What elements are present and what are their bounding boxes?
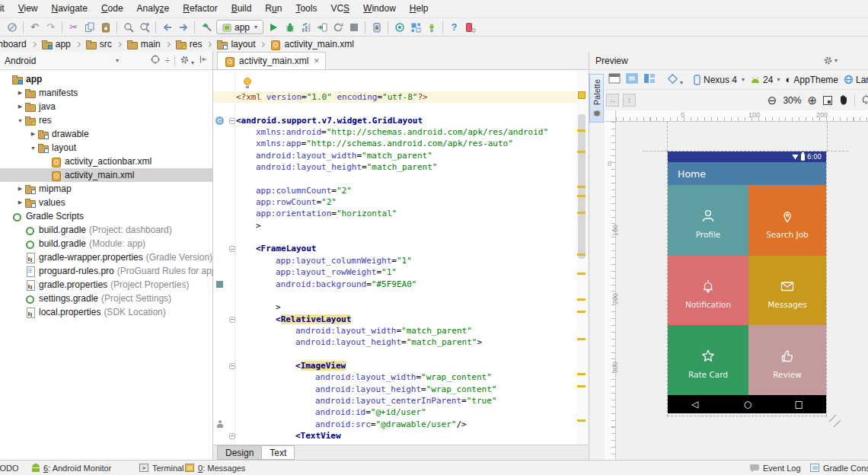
tree-item-build-gradle[interactable]: build.gradle(Module: app) [0, 237, 212, 250]
tree-item-gradle-scripts[interactable]: Gradle Scripts [0, 209, 212, 223]
tile-review[interactable]: Review [748, 325, 826, 395]
tree-item-settings-gradle[interactable]: settings.gradle(Project Settings) [0, 292, 212, 305]
menu-edit[interactable]: Edit [0, 0, 11, 18]
palette-tool-tab[interactable]: Palette [589, 74, 604, 123]
tree-item-gradle-properties[interactable]: gradle.properties(Project Properties) [0, 278, 212, 292]
menu-vcs[interactable]: VCS [324, 0, 356, 18]
tree-item-manifests[interactable]: ▶manifests [0, 86, 212, 100]
undo-icon[interactable]: ↶ [27, 19, 43, 35]
tree-item-app[interactable]: app [0, 72, 212, 86]
pan-hand-icon[interactable] [838, 94, 848, 107]
device-screen[interactable]: 6:00 Home ProfileSearch JobNotificationM… [668, 151, 826, 413]
resize-handle[interactable] [834, 420, 841, 428]
match-height-icon[interactable]: ↕ [623, 94, 636, 107]
fold-marker-icon[interactable] [229, 433, 235, 439]
tree-item-gradle-wrapper-properties[interactable]: gradle-wrapper.properties(Gradle Version… [0, 250, 212, 264]
run-config-selector[interactable]: app ▾ [216, 20, 263, 34]
make-project-icon[interactable] [198, 19, 214, 35]
forward-icon[interactable] [175, 19, 191, 35]
expand-arrow-icon[interactable]: ▶ [16, 104, 24, 110]
menu-analyze[interactable]: Analyze [130, 0, 177, 18]
expand-arrow-icon[interactable]: ▼ [29, 145, 37, 151]
paste-icon[interactable] [97, 19, 113, 35]
tree-item-values[interactable]: ▶values [0, 196, 212, 209]
tree-item-activity-actionbar-xml[interactable]: activity_actionbar.xml [0, 155, 212, 168]
match-width-icon[interactable]: ↔ [606, 94, 619, 107]
tab-text[interactable]: Text [262, 445, 295, 460]
nav-home-icon[interactable]: ○ [744, 400, 752, 409]
layout-variant-icon[interactable] [608, 73, 621, 86]
locate-file-icon[interactable] [151, 55, 160, 66]
nav-recents-icon[interactable]: □ [794, 400, 803, 409]
nav-back-icon[interactable]: ◁ [691, 400, 698, 409]
crumb-src[interactable]: src [84, 39, 113, 49]
back-icon[interactable] [159, 19, 175, 35]
crumb-main[interactable]: main [125, 39, 162, 49]
expand-arrow-icon[interactable]: ▶ [29, 131, 37, 137]
zoom-in-icon[interactable]: ⊕ [807, 94, 817, 107]
fold-marker-icon[interactable] [229, 118, 235, 124]
editor-scrollbar[interactable] [576, 70, 588, 445]
tree-item-layout[interactable]: ▼layout [0, 141, 212, 155]
expand-arrow-icon[interactable]: ▶ [16, 199, 24, 206]
redo-icon[interactable]: ↷ [43, 19, 59, 35]
menu-code[interactable]: Code [94, 0, 130, 18]
tile-rate-card[interactable]: Rate Card [668, 325, 748, 395]
hide-panel-icon[interactable] [199, 55, 208, 66]
collapse-all-icon[interactable]: ÷ [164, 56, 170, 66]
menu-window[interactable]: Window [356, 0, 403, 18]
sync-icon[interactable] [4, 19, 20, 35]
stop-icon[interactable] [346, 19, 362, 35]
expand-arrow-icon[interactable]: ▶ [16, 186, 24, 192]
theme-selector[interactable]: ◐ AppTheme [785, 74, 838, 85]
orientation-icon[interactable]: ▾ [666, 73, 683, 87]
menu-view[interactable]: View [11, 0, 45, 18]
tree-item-mipmap[interactable]: ▶mipmap [0, 182, 212, 196]
tab-design[interactable]: Design [217, 445, 262, 460]
tree-item-build-gradle[interactable]: build.gradle(Project: dashboard) [0, 223, 212, 237]
layout-editor-mode-icon[interactable] [626, 73, 638, 86]
tile-notification[interactable]: Notification [668, 256, 748, 325]
tree-item-local-properties[interactable]: local.properties(SDK Location) [0, 305, 212, 319]
notifications-icon[interactable] [861, 94, 868, 107]
android-monitor-button[interactable]: 6: Android Monitor [32, 461, 111, 475]
gear-icon[interactable]: ▾ [180, 55, 194, 67]
todo-button[interactable]: TODO [0, 461, 19, 475]
device-profile-icon[interactable] [462, 19, 478, 35]
crumb-layout[interactable]: layout [215, 39, 257, 49]
zoom-out-icon[interactable]: ⊖ [767, 94, 777, 107]
tile-profile[interactable]: Profile [668, 185, 748, 256]
cut-icon[interactable]: ✂ [65, 19, 81, 35]
profiler-icon[interactable] [298, 19, 314, 35]
menu-run[interactable]: Run [258, 0, 289, 18]
rerun-icon[interactable] [330, 19, 346, 35]
event-log-button[interactable]: Event Log [750, 461, 801, 475]
fold-marker-icon[interactable] [229, 363, 235, 369]
layout-inspector-icon[interactable] [407, 19, 423, 35]
menu-refactor[interactable]: Refactor [176, 0, 224, 18]
language-selector[interactable]: Language [844, 75, 868, 85]
crumb-dashboard[interactable]: dashboard [0, 39, 28, 49]
crumb-activity-main-xml[interactable]: activity_main.xml [268, 39, 355, 49]
terminal-button[interactable]: >Terminal [139, 461, 184, 475]
debug-icon[interactable] [282, 19, 298, 35]
attach-debugger-icon[interactable] [314, 19, 330, 35]
zoom-fit-icon[interactable] [823, 96, 832, 105]
tree-item-activity-main-xml[interactable]: activity_main.xml [0, 168, 212, 182]
close-tab-icon[interactable]: × [314, 56, 319, 66]
color-swatch-icon[interactable] [216, 281, 223, 288]
device-selector[interactable]: Nexus 4▾ [694, 75, 745, 85]
avd-manager-icon[interactable] [369, 19, 385, 35]
expand-arrow-icon[interactable]: ▶ [16, 90, 24, 96]
crumb-res[interactable]: res [174, 39, 204, 49]
tab-activity-main-xml[interactable]: activity_main.xml × [217, 52, 326, 69]
fold-marker-icon[interactable] [229, 317, 235, 323]
menu-help[interactable]: Help [403, 0, 436, 18]
gear-icon[interactable]: ▾ [823, 56, 838, 65]
gradle-sync-icon[interactable] [391, 19, 407, 35]
menu-build[interactable]: Build [225, 0, 259, 18]
preview-canvas[interactable]: 0100200 0100200300 6:00 Home ProfileSear… [605, 110, 868, 460]
tree-item-drawable[interactable]: ▶drawable [0, 127, 212, 141]
menu-navigate[interactable]: Navigate [45, 0, 94, 18]
resize-handle[interactable] [829, 415, 837, 422]
